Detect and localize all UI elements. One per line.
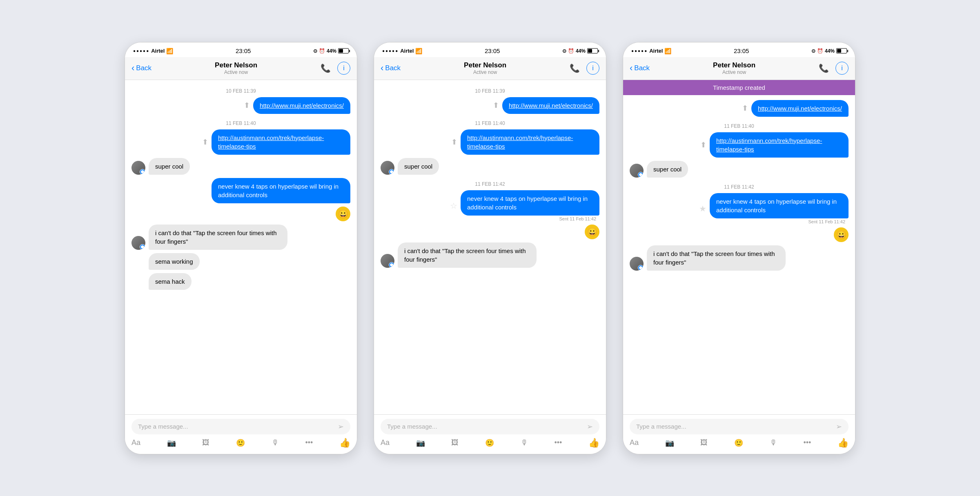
msg-row-p3-incoming-1: super cool bbox=[630, 161, 849, 178]
more-button-1[interactable]: ••• bbox=[305, 438, 313, 447]
msg-placeholder-3[interactable]: Type a message... bbox=[636, 423, 833, 430]
nav-contact-3: Peter Nelson Active now bbox=[713, 61, 755, 75]
emoji-button-2[interactable]: 🙂 bbox=[485, 438, 494, 447]
share-icon-p3-2[interactable]: ⬆ bbox=[700, 140, 706, 149]
camera-button-1[interactable]: 📷 bbox=[167, 438, 176, 447]
share-icon-1[interactable]: ⬆ bbox=[244, 101, 250, 110]
back-button-3[interactable]: ‹ Back bbox=[630, 63, 650, 73]
signal-dots-2: ●●●●● bbox=[382, 49, 399, 53]
emoji-bubble-p3: 😀 bbox=[834, 227, 849, 242]
bubble-p2-link-1[interactable]: http://www.muji.net/electronics/ bbox=[502, 97, 599, 114]
phone-icon-1[interactable]: 📞 bbox=[321, 63, 331, 73]
msg-row-incoming-3: sema working bbox=[131, 253, 350, 270]
phone-icon-3[interactable]: 📞 bbox=[819, 63, 829, 73]
gps-icon-2: ⊙ bbox=[562, 48, 566, 54]
toolbar-1: Aa 📷 🖼 🙂 🎙 ••• 👍 bbox=[131, 434, 350, 450]
star-icon-p2[interactable]: ☆ bbox=[450, 201, 457, 211]
link-text-1: http://www.muji.net/electronics/ bbox=[260, 102, 344, 109]
bubble-p3-link-1[interactable]: http://www.muji.net/electronics/ bbox=[751, 100, 849, 117]
msg-placeholder-1[interactable]: Type a message... bbox=[138, 423, 334, 430]
thumb-button-3[interactable]: 👍 bbox=[837, 438, 849, 448]
share-icon-p2-2[interactable]: ⬆ bbox=[451, 138, 457, 147]
more-button-3[interactable]: ••• bbox=[803, 438, 811, 447]
send-icon-2[interactable]: ➢ bbox=[587, 422, 593, 431]
bubble-incoming-4: sema hack bbox=[149, 273, 192, 290]
signal-dots-3: ●●●●● bbox=[631, 49, 648, 53]
bubble-p2-link-2[interactable]: http://austinmann.com/trek/hyperlapse-ti… bbox=[461, 129, 599, 155]
bubble-incoming-2: i can't do that "Tap the screen four tim… bbox=[149, 225, 287, 250]
star-icon-p3[interactable]: ★ bbox=[699, 204, 706, 214]
ts-1: 10 FEB 11:39 bbox=[131, 88, 350, 94]
chevron-left-icon-3: ‹ bbox=[630, 63, 633, 73]
msg-input-row-2: Type a message... ➢ bbox=[381, 419, 599, 434]
status-left-2: ●●●●● Airtel 📶 bbox=[382, 48, 422, 54]
back-label-3: Back bbox=[634, 64, 650, 72]
aa-button-3[interactable]: Aa bbox=[630, 438, 639, 447]
image-button-1[interactable]: 🖼 bbox=[202, 438, 209, 447]
info-button-3[interactable]: i bbox=[835, 62, 849, 75]
link-text-p3-1: http://www.muji.net/electronics/ bbox=[758, 105, 842, 112]
image-button-3[interactable]: 🖼 bbox=[700, 438, 708, 447]
status-right-1: ⊙ ⏰ 44% bbox=[313, 48, 349, 54]
emoji-row-p2: 😀 bbox=[381, 225, 599, 239]
camera-button-3[interactable]: 📷 bbox=[665, 438, 674, 447]
avatar-p3-2 bbox=[630, 257, 644, 271]
chat-area-1: 10 FEB 11:39 ⬆ http://www.muji.net/elect… bbox=[125, 80, 357, 414]
messenger-badge-p3-1 bbox=[638, 172, 644, 178]
aa-button-1[interactable]: Aa bbox=[131, 438, 140, 447]
chevron-left-icon: ‹ bbox=[131, 63, 134, 73]
emoji-bubble-1: 😀 bbox=[336, 207, 350, 221]
messenger-badge-2 bbox=[140, 244, 145, 250]
link-text-p2-1: http://www.muji.net/electronics/ bbox=[509, 102, 593, 109]
back-button-2[interactable]: ‹ Back bbox=[381, 63, 401, 73]
ts-p3-3: 11 FEB 11:42 bbox=[630, 184, 849, 190]
info-button-2[interactable]: i bbox=[586, 62, 599, 75]
emoji-row-p3: 😀 bbox=[630, 227, 849, 242]
msg-row-outgoing-1: ⬆ http://www.muji.net/electronics/ bbox=[131, 97, 350, 114]
contact-name-2: Peter Nelson bbox=[464, 61, 506, 69]
msg-input-area-3: Type a message... ➢ Aa 📷 🖼 🙂 🎙 ••• 👍 bbox=[623, 414, 855, 454]
chat-area-3: ⬆ http://www.muji.net/electronics/ 11 FE… bbox=[623, 95, 855, 414]
bubble-link-2[interactable]: http://austinmann.com/trek/hyperlapse-ti… bbox=[212, 129, 350, 155]
status-bar-2: ●●●●● Airtel 📶 23:05 ⊙ ⏰ 44% bbox=[374, 42, 606, 57]
msg-row-p2-1: ⬆ http://www.muji.net/electronics/ bbox=[381, 97, 599, 114]
more-button-2[interactable]: ••• bbox=[554, 438, 562, 447]
camera-button-2[interactable]: 📷 bbox=[416, 438, 425, 447]
mic-button-2[interactable]: 🎙 bbox=[521, 438, 528, 447]
bubble-link-1[interactable]: http://www.muji.net/electronics/ bbox=[253, 97, 350, 114]
emoji-button-1[interactable]: 🙂 bbox=[236, 438, 245, 447]
bubble-p2-incoming-2: i can't do that "Tap the screen four tim… bbox=[398, 242, 537, 268]
chevron-left-icon-2: ‹ bbox=[381, 63, 383, 73]
msg-input-area-1: Type a message... ➢ Aa 📷 🖼 🙂 🎙 ••• 👍 bbox=[125, 414, 357, 454]
send-icon-3[interactable]: ➢ bbox=[836, 422, 842, 431]
status-left-3: ●●●●● Airtel 📶 bbox=[631, 48, 671, 54]
msg-row-p2-outgoing-3: ☆ never knew 4 taps on hyperlapse wil br… bbox=[381, 190, 599, 221]
bubble-p2-incoming-1: super cool bbox=[398, 158, 439, 175]
nav-bar-1: ‹ Back Peter Nelson Active now 📞 i bbox=[125, 57, 357, 80]
thumb-button-2[interactable]: 👍 bbox=[588, 438, 599, 448]
msg-row-p2-2: ⬆ http://austinmann.com/trek/hyperlapse-… bbox=[381, 129, 599, 155]
send-icon-1[interactable]: ➢ bbox=[338, 422, 344, 431]
share-icon-p2-1[interactable]: ⬆ bbox=[493, 101, 499, 110]
mic-button-1[interactable]: 🎙 bbox=[272, 438, 279, 447]
phone-icon-2[interactable]: 📞 bbox=[570, 63, 580, 73]
wifi-icon: 📶 bbox=[166, 48, 173, 54]
info-button-1[interactable]: i bbox=[337, 62, 350, 75]
back-label-2: Back bbox=[385, 64, 401, 72]
nav-contact-2: Peter Nelson Active now bbox=[464, 61, 506, 75]
bubble-p3-link-2[interactable]: http://austinmann.com/trek/hyperlapse-ti… bbox=[710, 132, 849, 158]
bubble-p3-incoming-2: i can't do that "Tap the screen four tim… bbox=[647, 245, 786, 271]
contact-name-3: Peter Nelson bbox=[713, 61, 755, 69]
bubble-p2-outgoing-3: never knew 4 taps on hyperlapse wil brin… bbox=[461, 190, 599, 216]
aa-button-2[interactable]: Aa bbox=[381, 438, 390, 447]
msg-placeholder-2[interactable]: Type a message... bbox=[387, 423, 584, 430]
share-icon-2[interactable]: ⬆ bbox=[202, 138, 208, 147]
contact-name-1: Peter Nelson bbox=[215, 61, 257, 69]
avatar-2 bbox=[131, 236, 145, 250]
mic-button-3[interactable]: 🎙 bbox=[770, 438, 777, 447]
thumb-button-1[interactable]: 👍 bbox=[339, 438, 350, 448]
back-button-1[interactable]: ‹ Back bbox=[131, 63, 151, 73]
share-icon-p3-1[interactable]: ⬆ bbox=[742, 104, 748, 113]
emoji-button-3[interactable]: 🙂 bbox=[734, 438, 743, 447]
image-button-2[interactable]: 🖼 bbox=[451, 438, 459, 447]
